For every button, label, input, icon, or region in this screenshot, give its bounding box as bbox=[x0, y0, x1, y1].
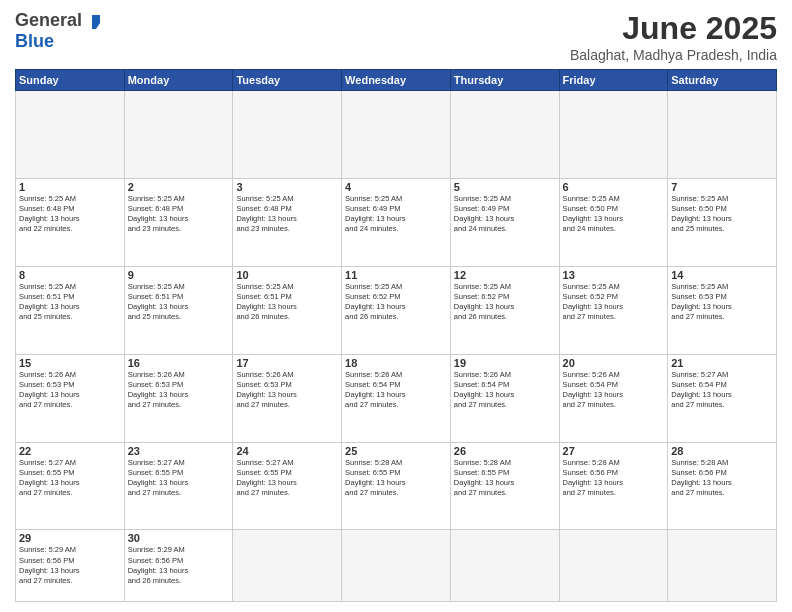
day-cell bbox=[342, 530, 451, 602]
day-cell: 1Sunrise: 5:25 AMSunset: 6:48 PMDaylight… bbox=[16, 178, 125, 266]
day-number: 12 bbox=[454, 269, 556, 281]
logo-bird-icon bbox=[84, 13, 100, 29]
day-cell: 14Sunrise: 5:25 AMSunset: 6:53 PMDayligh… bbox=[668, 266, 777, 354]
day-number: 21 bbox=[671, 357, 773, 369]
logo-general: General bbox=[15, 10, 82, 31]
day-cell: 20Sunrise: 5:26 AMSunset: 6:54 PMDayligh… bbox=[559, 354, 668, 442]
week-row-2: 8Sunrise: 5:25 AMSunset: 6:51 PMDaylight… bbox=[16, 266, 777, 354]
day-info: Sunrise: 5:25 AMSunset: 6:49 PMDaylight:… bbox=[454, 194, 556, 235]
day-info: Sunrise: 5:25 AMSunset: 6:50 PMDaylight:… bbox=[671, 194, 773, 235]
day-info: Sunrise: 5:29 AMSunset: 6:56 PMDaylight:… bbox=[19, 545, 121, 586]
day-number: 28 bbox=[671, 445, 773, 457]
col-saturday: Saturday bbox=[668, 70, 777, 91]
day-cell bbox=[668, 91, 777, 179]
day-info: Sunrise: 5:26 AMSunset: 6:54 PMDaylight:… bbox=[563, 370, 665, 411]
day-cell: 3Sunrise: 5:25 AMSunset: 6:48 PMDaylight… bbox=[233, 178, 342, 266]
week-row-0 bbox=[16, 91, 777, 179]
day-number: 25 bbox=[345, 445, 447, 457]
col-tuesday: Tuesday bbox=[233, 70, 342, 91]
day-cell: 8Sunrise: 5:25 AMSunset: 6:51 PMDaylight… bbox=[16, 266, 125, 354]
day-info: Sunrise: 5:25 AMSunset: 6:52 PMDaylight:… bbox=[454, 282, 556, 323]
day-info: Sunrise: 5:25 AMSunset: 6:52 PMDaylight:… bbox=[563, 282, 665, 323]
day-cell: 7Sunrise: 5:25 AMSunset: 6:50 PMDaylight… bbox=[668, 178, 777, 266]
day-info: Sunrise: 5:25 AMSunset: 6:48 PMDaylight:… bbox=[19, 194, 121, 235]
day-cell bbox=[233, 530, 342, 602]
day-cell: 12Sunrise: 5:25 AMSunset: 6:52 PMDayligh… bbox=[450, 266, 559, 354]
day-cell: 6Sunrise: 5:25 AMSunset: 6:50 PMDaylight… bbox=[559, 178, 668, 266]
calendar-table: Sunday Monday Tuesday Wednesday Thursday… bbox=[15, 69, 777, 602]
day-cell bbox=[668, 530, 777, 602]
day-info: Sunrise: 5:29 AMSunset: 6:56 PMDaylight:… bbox=[128, 545, 230, 586]
day-info: Sunrise: 5:27 AMSunset: 6:55 PMDaylight:… bbox=[19, 458, 121, 499]
col-friday: Friday bbox=[559, 70, 668, 91]
col-sunday: Sunday bbox=[16, 70, 125, 91]
day-cell: 29Sunrise: 5:29 AMSunset: 6:56 PMDayligh… bbox=[16, 530, 125, 602]
day-info: Sunrise: 5:26 AMSunset: 6:54 PMDaylight:… bbox=[345, 370, 447, 411]
day-info: Sunrise: 5:26 AMSunset: 6:53 PMDaylight:… bbox=[236, 370, 338, 411]
day-cell: 13Sunrise: 5:25 AMSunset: 6:52 PMDayligh… bbox=[559, 266, 668, 354]
day-number: 19 bbox=[454, 357, 556, 369]
day-cell bbox=[233, 91, 342, 179]
day-number: 16 bbox=[128, 357, 230, 369]
day-number: 2 bbox=[128, 181, 230, 193]
day-number: 24 bbox=[236, 445, 338, 457]
week-row-4: 22Sunrise: 5:27 AMSunset: 6:55 PMDayligh… bbox=[16, 442, 777, 530]
logo-blue: Blue bbox=[15, 31, 54, 52]
day-cell: 19Sunrise: 5:26 AMSunset: 6:54 PMDayligh… bbox=[450, 354, 559, 442]
day-cell: 11Sunrise: 5:25 AMSunset: 6:52 PMDayligh… bbox=[342, 266, 451, 354]
col-wednesday: Wednesday bbox=[342, 70, 451, 91]
day-cell bbox=[342, 91, 451, 179]
day-info: Sunrise: 5:25 AMSunset: 6:52 PMDaylight:… bbox=[345, 282, 447, 323]
day-info: Sunrise: 5:27 AMSunset: 6:55 PMDaylight:… bbox=[128, 458, 230, 499]
day-info: Sunrise: 5:27 AMSunset: 6:54 PMDaylight:… bbox=[671, 370, 773, 411]
day-number: 8 bbox=[19, 269, 121, 281]
day-info: Sunrise: 5:26 AMSunset: 6:53 PMDaylight:… bbox=[19, 370, 121, 411]
month-title: June 2025 bbox=[570, 10, 777, 47]
day-number: 29 bbox=[19, 532, 121, 544]
day-number: 4 bbox=[345, 181, 447, 193]
day-cell bbox=[559, 530, 668, 602]
day-cell: 10Sunrise: 5:25 AMSunset: 6:51 PMDayligh… bbox=[233, 266, 342, 354]
day-cell bbox=[450, 91, 559, 179]
day-number: 11 bbox=[345, 269, 447, 281]
day-cell: 9Sunrise: 5:25 AMSunset: 6:51 PMDaylight… bbox=[124, 266, 233, 354]
week-row-3: 15Sunrise: 5:26 AMSunset: 6:53 PMDayligh… bbox=[16, 354, 777, 442]
day-cell bbox=[16, 91, 125, 179]
day-info: Sunrise: 5:27 AMSunset: 6:55 PMDaylight:… bbox=[236, 458, 338, 499]
day-number: 10 bbox=[236, 269, 338, 281]
day-info: Sunrise: 5:25 AMSunset: 6:50 PMDaylight:… bbox=[563, 194, 665, 235]
day-cell: 24Sunrise: 5:27 AMSunset: 6:55 PMDayligh… bbox=[233, 442, 342, 530]
day-number: 18 bbox=[345, 357, 447, 369]
svg-marker-0 bbox=[92, 15, 100, 29]
day-info: Sunrise: 5:28 AMSunset: 6:55 PMDaylight:… bbox=[454, 458, 556, 499]
day-info: Sunrise: 5:25 AMSunset: 6:53 PMDaylight:… bbox=[671, 282, 773, 323]
day-cell: 15Sunrise: 5:26 AMSunset: 6:53 PMDayligh… bbox=[16, 354, 125, 442]
day-cell: 30Sunrise: 5:29 AMSunset: 6:56 PMDayligh… bbox=[124, 530, 233, 602]
day-cell bbox=[450, 530, 559, 602]
col-thursday: Thursday bbox=[450, 70, 559, 91]
day-cell: 4Sunrise: 5:25 AMSunset: 6:49 PMDaylight… bbox=[342, 178, 451, 266]
day-cell: 23Sunrise: 5:27 AMSunset: 6:55 PMDayligh… bbox=[124, 442, 233, 530]
day-number: 5 bbox=[454, 181, 556, 193]
day-info: Sunrise: 5:25 AMSunset: 6:51 PMDaylight:… bbox=[128, 282, 230, 323]
day-number: 9 bbox=[128, 269, 230, 281]
logo: General Blue bbox=[15, 10, 100, 52]
day-cell: 17Sunrise: 5:26 AMSunset: 6:53 PMDayligh… bbox=[233, 354, 342, 442]
day-info: Sunrise: 5:28 AMSunset: 6:56 PMDaylight:… bbox=[671, 458, 773, 499]
day-cell: 21Sunrise: 5:27 AMSunset: 6:54 PMDayligh… bbox=[668, 354, 777, 442]
day-cell: 5Sunrise: 5:25 AMSunset: 6:49 PMDaylight… bbox=[450, 178, 559, 266]
day-info: Sunrise: 5:25 AMSunset: 6:48 PMDaylight:… bbox=[128, 194, 230, 235]
day-cell: 2Sunrise: 5:25 AMSunset: 6:48 PMDaylight… bbox=[124, 178, 233, 266]
header-row: Sunday Monday Tuesday Wednesday Thursday… bbox=[16, 70, 777, 91]
day-number: 30 bbox=[128, 532, 230, 544]
day-info: Sunrise: 5:26 AMSunset: 6:54 PMDaylight:… bbox=[454, 370, 556, 411]
day-cell: 28Sunrise: 5:28 AMSunset: 6:56 PMDayligh… bbox=[668, 442, 777, 530]
day-cell bbox=[124, 91, 233, 179]
location-subtitle: Balaghat, Madhya Pradesh, India bbox=[570, 47, 777, 63]
day-number: 6 bbox=[563, 181, 665, 193]
day-info: Sunrise: 5:25 AMSunset: 6:51 PMDaylight:… bbox=[19, 282, 121, 323]
week-row-1: 1Sunrise: 5:25 AMSunset: 6:48 PMDaylight… bbox=[16, 178, 777, 266]
day-cell: 16Sunrise: 5:26 AMSunset: 6:53 PMDayligh… bbox=[124, 354, 233, 442]
day-number: 27 bbox=[563, 445, 665, 457]
day-info: Sunrise: 5:26 AMSunset: 6:53 PMDaylight:… bbox=[128, 370, 230, 411]
